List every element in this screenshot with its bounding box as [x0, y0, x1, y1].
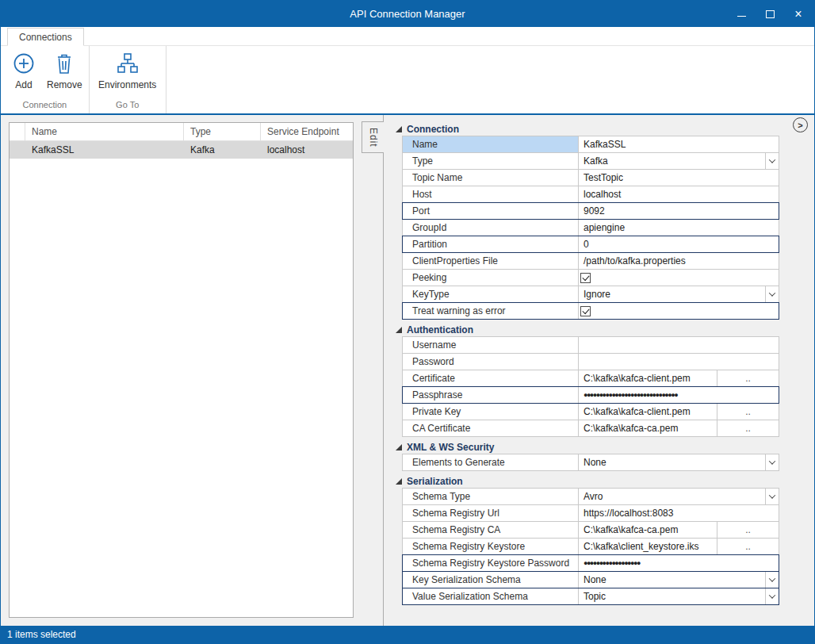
file-path-value: C:\kafka\kafca-client.pem [579, 406, 717, 417]
property-value[interactable] [579, 303, 779, 319]
property-label[interactable]: Peeking [403, 270, 579, 286]
add-button[interactable]: Add [4, 48, 44, 90]
property-value[interactable]: apiengine [579, 220, 779, 236]
property-label[interactable]: Port [403, 203, 579, 219]
dropdown-arrow-icon[interactable] [765, 489, 779, 504]
property-value[interactable]: https://localhost:8083 [579, 505, 779, 521]
property-value[interactable]: localhost [579, 186, 779, 202]
file-path-value: C:\kafka\kafca-ca.pem [579, 524, 717, 535]
property-label[interactable]: Schema Registry Keystore Password [403, 555, 579, 571]
property-label[interactable]: Type [403, 153, 579, 169]
column-header-type[interactable]: Type [184, 123, 261, 140]
property-value[interactable]: TestTopic [579, 170, 779, 186]
property-label[interactable]: Treat warning as error [403, 303, 579, 319]
property-label[interactable]: Username [403, 337, 579, 353]
property-value[interactable]: C:\kafka\client_keystore.iks.. [579, 539, 779, 554]
property-value[interactable]: Avro [579, 489, 779, 504]
property-value[interactable]: ●●●●●●●●●●●●●●●●●● [579, 555, 779, 571]
text-value: 9092 [579, 205, 779, 217]
property-value[interactable]: None [579, 454, 779, 470]
checkbox[interactable] [580, 273, 591, 283]
property-value[interactable]: C:\kafka\kafca-client.pem.. [579, 370, 779, 386]
section-header[interactable]: Serialization [396, 473, 779, 489]
row-selector [10, 141, 25, 159]
browse-button[interactable]: .. [717, 370, 779, 386]
connection-row[interactable]: KafkaSSLKafkalocalhost [10, 141, 353, 159]
dropdown-arrow-icon[interactable] [765, 286, 779, 302]
property-value[interactable]: C:\kafka\kafca-ca.pem.. [579, 420, 779, 436]
column-header-endpoint[interactable]: Service Endpoint [261, 123, 353, 140]
property-label[interactable]: Elements to Generate [403, 454, 579, 470]
dropdown-arrow-icon[interactable] [765, 572, 779, 588]
property-value[interactable]: KafkaSSL [579, 136, 779, 152]
close-button[interactable]: × [784, 1, 813, 27]
column-header-selector[interactable] [10, 123, 25, 140]
cell-endpoint: localhost [261, 141, 353, 159]
property-label[interactable]: Password [403, 354, 579, 370]
property-value[interactable] [579, 270, 779, 286]
chevron-right-icon: > [798, 121, 802, 130]
property-label[interactable]: Host [403, 186, 579, 202]
browse-button[interactable]: .. [717, 420, 779, 436]
property-label[interactable]: Value Serialization Schema [403, 588, 579, 604]
property-value[interactable]: 0 [579, 236, 779, 252]
property-row: Partition0 [402, 236, 779, 253]
remove-button[interactable]: Remove [44, 48, 86, 90]
property-label[interactable]: Name [403, 136, 579, 152]
dropdown-arrow-icon[interactable] [765, 588, 779, 604]
property-label[interactable]: ClientProperties File [403, 253, 579, 269]
browse-button[interactable]: .. [717, 404, 779, 420]
file-path-value: C:\kafka\client_keystore.iks [579, 541, 717, 552]
property-label[interactable]: Schema Type [403, 489, 579, 504]
property-label[interactable]: CA Certificate [403, 420, 579, 436]
property-value[interactable]: C:\kafka\kafca-ca.pem.. [579, 522, 779, 538]
property-label[interactable]: Certificate [403, 370, 579, 386]
property-label[interactable]: KeyType [403, 286, 579, 302]
collapse-panel-button[interactable]: > [793, 117, 808, 132]
property-label[interactable]: Topic Name [403, 170, 579, 186]
dropdown-arrow-icon[interactable] [765, 454, 779, 470]
property-value[interactable]: 9092 [579, 203, 779, 219]
browse-button[interactable]: .. [717, 539, 779, 554]
minimize-button[interactable] [727, 1, 756, 27]
column-header-name[interactable]: Name [25, 123, 184, 140]
property-label[interactable]: Schema Registry Keystore [403, 539, 579, 554]
property-value[interactable]: /path/to/kafka.properties [579, 253, 779, 269]
property-row: TypeKafka [402, 152, 779, 170]
property-value[interactable]: ●●●●●●●●●●●●●●●●●●●●●●●●●●●●●● [579, 387, 779, 403]
property-label[interactable]: Schema Registry Url [403, 505, 579, 521]
property-grid: ConnectionNameKafkaSSLTypeKafkaTopic Nam… [396, 121, 779, 605]
maximize-button[interactable] [756, 1, 784, 27]
property-value[interactable]: None [579, 572, 779, 588]
dropdown-arrow-icon[interactable] [765, 153, 779, 169]
connection-list-header: NameTypeService Endpoint [10, 123, 353, 141]
section-header[interactable]: XML & WS Security [396, 439, 779, 454]
tab-edit[interactable]: Edit [362, 121, 384, 153]
property-row: NameKafkaSSL [402, 136, 779, 153]
text-value: apiengine [579, 222, 779, 233]
titlebar[interactable]: API Connection Manager × [1, 1, 814, 27]
property-label[interactable]: Private Key [403, 404, 579, 420]
checkbox[interactable] [580, 306, 591, 316]
property-row: Peeking [402, 269, 779, 286]
property-label[interactable]: GroupId [403, 220, 579, 236]
property-label[interactable]: Passphrase [403, 387, 579, 403]
property-label[interactable]: Schema Registry CA [403, 522, 579, 538]
environments-button[interactable]: Environments [93, 48, 163, 90]
property-label[interactable]: Partition [403, 236, 579, 252]
property-value[interactable]: C:\kafka\kafca-client.pem.. [579, 404, 779, 420]
chevron-down-icon [769, 592, 775, 598]
property-value[interactable]: Ignore [579, 286, 779, 302]
browse-button[interactable]: .. [717, 522, 779, 538]
section-header[interactable]: Connection [396, 121, 779, 136]
connection-list-body: KafkaSSLKafkalocalhost [10, 141, 353, 617]
property-value[interactable] [579, 354, 779, 370]
tab-connections[interactable]: Connections [7, 28, 84, 46]
property-value[interactable]: Kafka [579, 153, 779, 169]
section-header[interactable]: Authentication [396, 322, 779, 337]
property-label[interactable]: Key Serialization Schema [403, 572, 579, 588]
property-value[interactable] [579, 337, 779, 353]
text-value: localhost [579, 189, 779, 200]
property-value[interactable]: Topic [579, 588, 779, 604]
dropdown-value: Ignore [579, 289, 765, 300]
